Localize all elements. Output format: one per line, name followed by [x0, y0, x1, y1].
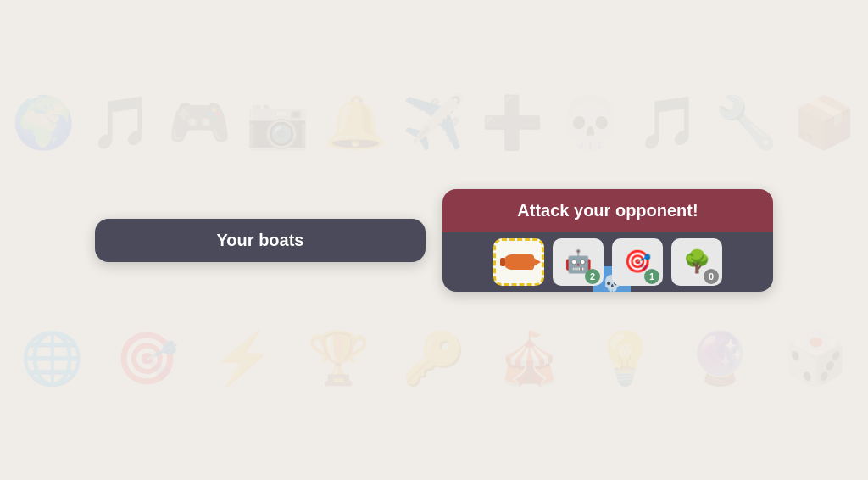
tree-count: 0: [704, 269, 719, 284]
weapon-target[interactable]: 🎯 1: [612, 238, 663, 286]
weapon-robot[interactable]: 🤖 2: [553, 238, 604, 286]
main-container: Your boats 💀 💀 💀: [95, 189, 773, 292]
target-count: 1: [644, 269, 659, 284]
missile-icon: [504, 254, 534, 270]
robot-count: 2: [585, 269, 600, 284]
attack-panel: Attack your opponent! 💀 💀 💀 🤖 2: [442, 189, 773, 292]
your-boats-header: Your boats: [95, 219, 426, 262]
your-boats-panel: Your boats 💀 💀 💀: [95, 219, 426, 262]
attack-header: Attack your opponent!: [442, 189, 773, 232]
weapon-tree[interactable]: 🌳 0: [671, 238, 722, 286]
weapon-missile[interactable]: [493, 238, 544, 286]
